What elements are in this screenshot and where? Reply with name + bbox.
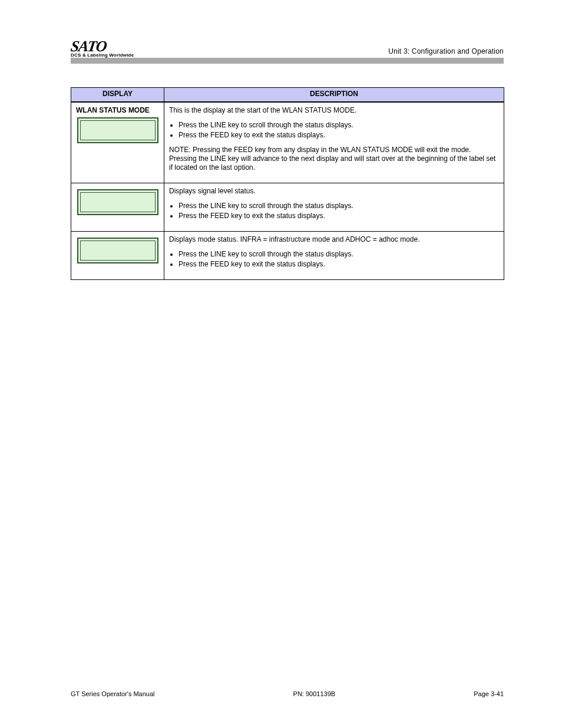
table-row: WLAN STATUS MODE This is the display at … <box>71 102 504 183</box>
desc-note: NOTE: Pressing the FEED key from any dis… <box>169 146 499 172</box>
list-item: Press the FEED key to exit the status di… <box>178 260 499 269</box>
list-item: Press the LINE key to scroll through the… <box>178 202 499 210</box>
desc-paragraph: Displays mode status. INFRA = infrastruc… <box>169 235 499 244</box>
lcd-display-icon <box>77 117 158 143</box>
display-cell: WLAN STATUS MODE <box>71 102 164 183</box>
desc-bullets: Press the LINE key to scroll through the… <box>178 121 499 140</box>
list-item: Press the FEED key to exit the status di… <box>178 131 499 140</box>
header-divider-bar <box>71 58 504 64</box>
desc-bullets: Press the LINE key to scroll through the… <box>178 202 499 220</box>
footer-pn: PN: 9001139B <box>293 690 336 697</box>
display-cell <box>71 183 164 231</box>
table-row: Displays mode status. INFRA = infrastruc… <box>71 231 504 279</box>
page-footer: GT Series Operator's Manual PN: 9001139B… <box>71 690 504 697</box>
table-row: Displays signal level status. Press the … <box>71 183 504 231</box>
description-cell: This is the display at the start of the … <box>164 102 504 183</box>
logo: SATO DCS & Labeling Worldwide <box>71 39 134 58</box>
footer-page: Page 3-41 <box>474 690 504 697</box>
description-cell: Displays signal level status. Press the … <box>164 183 504 231</box>
table-head-row: DISPLAY DESCRIPTION <box>71 88 504 102</box>
page-header: SATO DCS & Labeling Worldwide Unit 3: Co… <box>71 33 504 58</box>
list-item: Press the FEED key to exit the status di… <box>178 212 499 220</box>
display-cell <box>71 231 164 279</box>
desc-paragraph: Displays signal level status. <box>169 187 499 196</box>
lcd-display-icon <box>77 189 158 215</box>
col-header-description: DESCRIPTION <box>164 88 504 102</box>
logo-text: SATO <box>70 39 107 54</box>
step-title: WLAN STATUS MODE <box>76 106 159 115</box>
description-cell: Displays mode status. INFRA = infrastruc… <box>164 231 504 279</box>
section-heading: Unit 3: Configuration and Operation <box>388 47 504 58</box>
desc-bullets: Press the LINE key to scroll through the… <box>178 250 499 269</box>
page-root: SATO DCS & Labeling Worldwide Unit 3: Co… <box>0 0 562 728</box>
footer-doc-title: GT Series Operator's Manual <box>71 690 155 697</box>
list-item: Press the LINE key to scroll through the… <box>178 121 499 130</box>
col-header-display: DISPLAY <box>71 88 164 102</box>
list-item: Press the LINE key to scroll through the… <box>178 250 499 259</box>
lcd-display-icon <box>77 238 158 263</box>
mode-table: DISPLAY DESCRIPTION WLAN STATUS MODE <box>71 87 504 280</box>
desc-paragraph: This is the display at the start of the … <box>169 106 499 115</box>
